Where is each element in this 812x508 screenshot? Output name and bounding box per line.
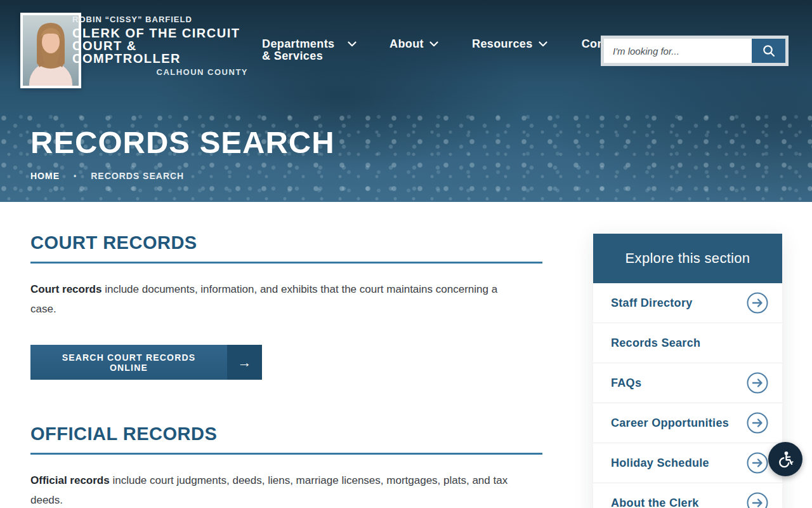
official-records-description: Official records include court judgments… — [30, 471, 516, 508]
site-title-line2: COURT & COMPTROLLER — [72, 39, 248, 65]
sidebar-item-about-the-clerk[interactable]: About the Clerk — [593, 483, 782, 508]
chevron-down-icon — [429, 41, 438, 47]
sidebar-item-records-search[interactable]: Records Search — [593, 323, 782, 363]
breadcrumb-separator: • — [74, 171, 77, 180]
sidebar-item-career-opportunities[interactable]: Career Opportunities — [593, 403, 782, 443]
content-column: COURT RECORDS Court records include docu… — [30, 232, 542, 508]
breadcrumb-home-link[interactable]: HOME — [30, 171, 60, 181]
hero-banner: ROBIN “CISSY” BARFIELD CLERK OF THE CIRC… — [0, 0, 812, 202]
circle-arrow-icon — [747, 452, 768, 474]
sidebar-item-staff-directory[interactable]: Staff Directory — [593, 283, 782, 323]
chevron-down-icon — [539, 41, 547, 47]
site-title-block[interactable]: ROBIN “CISSY” BARFIELD CLERK OF THE CIRC… — [72, 15, 248, 77]
circle-arrow-icon — [747, 372, 768, 394]
nav-resources[interactable]: Resources — [472, 38, 547, 50]
clerk-name: ROBIN “CISSY” BARFIELD — [72, 15, 248, 24]
portrait-image — [23, 15, 79, 86]
sidebar-item-holiday-schedule[interactable]: Holiday Schedule — [593, 443, 782, 483]
accessibility-wheelchair-icon — [776, 450, 795, 469]
official-records-heading: OFFICIAL RECORDS — [30, 424, 542, 444]
court-records-heading: COURT RECORDS — [30, 232, 542, 253]
chevron-down-icon — [348, 41, 357, 47]
accessibility-widget-button[interactable] — [768, 442, 802, 476]
cta-label: SEARCH COURT RECORDS ONLINE — [30, 345, 227, 380]
heading-rule — [30, 453, 542, 455]
site-search — [601, 36, 789, 66]
page-title: RECORDS SEARCH — [30, 124, 335, 160]
search-input[interactable] — [604, 39, 752, 63]
circle-arrow-icon — [747, 412, 768, 434]
heading-rule — [30, 262, 542, 264]
site-title-line1: CLERK OF THE CIRCUIT — [72, 27, 248, 39]
court-records-description: Court records include documents, informa… — [30, 279, 516, 319]
sidebar-heading: Explore this section — [593, 234, 782, 283]
site-county: CALHOUN COUNTY — [72, 67, 248, 77]
explore-sidebar: Explore this section Staff Directory Rec… — [593, 234, 782, 508]
main-navigation: Departments & Services About Resources C… — [262, 38, 625, 62]
court-records-lead: Court records — [30, 283, 102, 295]
arrow-right-icon: → — [227, 345, 262, 380]
circle-arrow-icon — [747, 292, 768, 314]
sidebar-list: Staff Directory Records Search FAQs Care… — [593, 283, 782, 508]
search-icon — [762, 44, 776, 58]
search-button[interactable] — [752, 39, 785, 63]
nav-departments-services[interactable]: Departments & Services — [262, 38, 357, 62]
breadcrumb-current: RECORDS SEARCH — [91, 171, 184, 181]
official-records-section: OFFICIAL RECORDS Official records includ… — [30, 424, 542, 508]
circle-arrow-icon — [747, 492, 768, 508]
nav-about[interactable]: About — [390, 38, 438, 50]
official-records-lead: Official records — [30, 474, 110, 486]
sidebar-item-faqs[interactable]: FAQs — [593, 363, 782, 403]
breadcrumb: HOME • RECORDS SEARCH — [30, 171, 184, 181]
search-court-records-button[interactable]: SEARCH COURT RECORDS ONLINE → — [30, 345, 262, 380]
court-records-section: COURT RECORDS Court records include docu… — [30, 232, 542, 380]
